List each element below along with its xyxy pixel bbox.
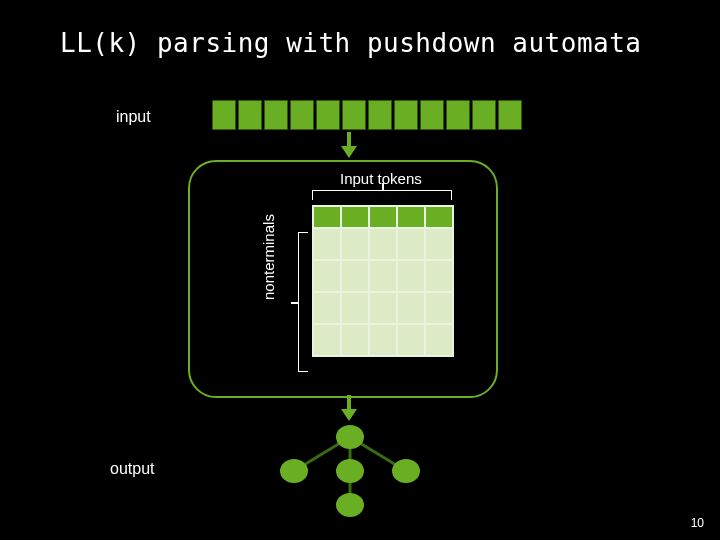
table-header-cell (342, 207, 368, 227)
tree-node (280, 459, 308, 483)
table-cell (370, 229, 396, 259)
tree-node (392, 459, 420, 483)
table-header-cell (370, 207, 396, 227)
table-cell (370, 293, 396, 323)
output-label: output (110, 460, 154, 478)
tape-cell (316, 100, 340, 130)
table-cell (314, 229, 340, 259)
table-cell (398, 293, 424, 323)
parse-tree (260, 425, 440, 515)
table-header-cell (426, 207, 452, 227)
tree-node (336, 493, 364, 517)
tape-cell (420, 100, 444, 130)
arrow-down-icon (338, 395, 360, 423)
table-header-cell (398, 207, 424, 227)
tape-cell (472, 100, 496, 130)
input-tape (210, 98, 524, 132)
parse-table (312, 205, 454, 357)
tape-cell (342, 100, 366, 130)
table-cell (426, 293, 452, 323)
slide-number: 10 (691, 516, 704, 530)
table-header-cell (314, 207, 340, 227)
table-cell (342, 293, 368, 323)
table-cell (314, 293, 340, 323)
tape-cell (212, 100, 236, 130)
table-cell (426, 325, 452, 355)
arrow-down-icon (338, 132, 360, 160)
row-bracket (298, 232, 308, 372)
tape-cell (368, 100, 392, 130)
nonterminals-label: nonterminals (260, 214, 277, 300)
tape-cell (394, 100, 418, 130)
table-cell (370, 325, 396, 355)
table-cell (398, 325, 424, 355)
table-cell (398, 261, 424, 291)
tree-node (336, 459, 364, 483)
tape-cell (446, 100, 470, 130)
table-cell (426, 229, 452, 259)
tree-node (336, 425, 364, 449)
table-cell (398, 229, 424, 259)
input-label: input (116, 108, 151, 126)
tape-cell (498, 100, 522, 130)
svg-marker-3 (341, 409, 357, 421)
tape-cell (264, 100, 288, 130)
table-cell (314, 325, 340, 355)
table-cell (342, 325, 368, 355)
slide-title: LL(k) parsing with pushdown automata (0, 0, 720, 58)
table-cell (426, 261, 452, 291)
table-cell (314, 261, 340, 291)
table-cell (342, 229, 368, 259)
column-bracket (312, 190, 452, 200)
tape-cell (238, 100, 262, 130)
tape-cell (290, 100, 314, 130)
table-cell (370, 261, 396, 291)
input-tokens-label: Input tokens (340, 170, 422, 187)
table-cell (342, 261, 368, 291)
svg-marker-1 (341, 146, 357, 158)
